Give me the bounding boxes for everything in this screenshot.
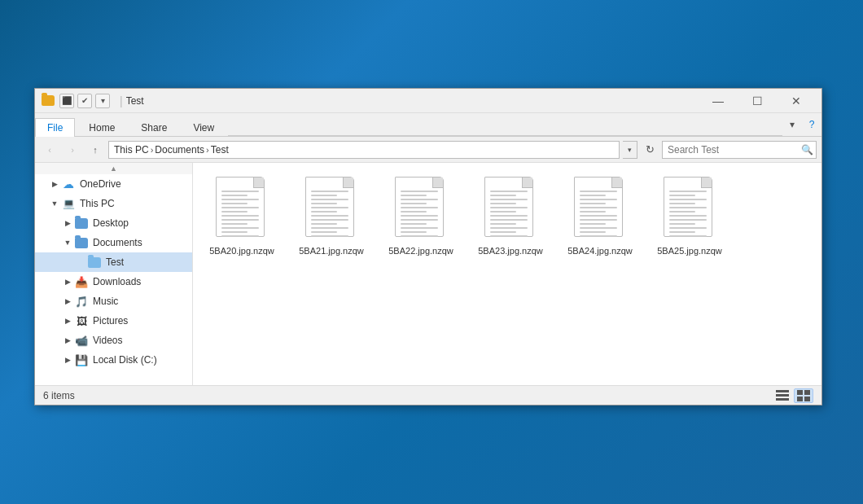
forward-button[interactable]: › xyxy=(63,141,82,159)
svg-rect-0 xyxy=(776,390,789,392)
tab-home[interactable]: Home xyxy=(77,118,127,137)
svg-rect-1 xyxy=(776,394,789,397)
sidebar-label-music: Music xyxy=(93,296,118,307)
quick-access-icon-2[interactable]: ✔ xyxy=(77,94,92,108)
sidebar-item-pictures[interactable]: ▶ 🖼 Pictures xyxy=(35,311,192,331)
back-button[interactable]: ‹ xyxy=(40,141,59,159)
search-input[interactable] xyxy=(663,144,798,156)
sidebar-label-downloads: Downloads xyxy=(93,276,141,287)
file-icon-4 xyxy=(574,177,626,240)
file-icon-1 xyxy=(305,177,357,240)
status-bar: 6 items xyxy=(35,385,821,405)
list-view-button[interactable] xyxy=(773,388,792,403)
path-test[interactable]: Test xyxy=(211,144,229,156)
ribbon-tabs: File Home Share View ▾ ? xyxy=(35,113,821,136)
ribbon-help-btn[interactable]: ? xyxy=(802,113,821,136)
sidebar-scroll-indicator: ▲ xyxy=(35,163,192,174)
tiles-view-icon xyxy=(797,390,810,401)
sidebar-item-downloads[interactable]: ▶ 📥 Downloads xyxy=(35,272,192,291)
file-name-0: 5BA20.jpg.nzqw xyxy=(209,245,274,256)
file-icon-2 xyxy=(395,177,447,240)
downloads-icon: 📥 xyxy=(74,274,89,289)
file-item[interactable]: 5BA21.jpg.nzqw xyxy=(291,171,372,262)
sidebar-label-test: Test xyxy=(106,256,124,268)
explorer-window: ⬛ ✔ ▾ | Test — ☐ ✕ File Home Share View … xyxy=(34,88,822,405)
expand-arrow-music: ▶ xyxy=(61,297,74,305)
pc-icon: 💻 xyxy=(61,196,76,211)
file-item[interactable]: 5BA24.jpg.nzqw xyxy=(559,171,641,262)
title-separator: | xyxy=(120,94,123,107)
expand-arrow-documents: ▼ xyxy=(61,239,74,247)
documents-folder-icon xyxy=(74,235,89,250)
sidebar-item-desktop[interactable]: ▶ Desktop xyxy=(35,213,192,233)
expand-arrow-downloads: ▶ xyxy=(61,278,74,286)
tab-file[interactable]: File xyxy=(35,118,75,137)
expand-arrow-desktop: ▶ xyxy=(61,219,74,227)
music-icon: 🎵 xyxy=(74,294,89,309)
svg-rect-6 xyxy=(804,397,810,401)
svg-rect-5 xyxy=(797,397,803,401)
sidebar-item-thispc[interactable]: ▼ 💻 This PC xyxy=(35,194,192,213)
file-name-5: 5BA25.jpg.nzqw xyxy=(657,245,722,256)
videos-icon: 📹 xyxy=(74,333,89,348)
path-arrow-2: › xyxy=(206,145,209,155)
view-toggle-buttons xyxy=(773,388,813,403)
desktop-folder-icon xyxy=(74,216,89,230)
file-name-3: 5BA23.jpg.nzqw xyxy=(478,245,543,256)
list-view-icon xyxy=(776,390,789,401)
search-icon[interactable]: 🔍 xyxy=(798,141,816,159)
svg-rect-2 xyxy=(776,398,789,401)
sidebar-label-pictures: Pictures xyxy=(93,315,128,327)
sidebar-item-music[interactable]: ▶ 🎵 Music xyxy=(35,291,192,311)
search-box: 🔍 xyxy=(662,141,817,159)
main-content: ▲ ▶ ☁ OneDrive ▼ 💻 This PC ▶ Desktop xyxy=(35,163,821,385)
file-item[interactable]: 5BA25.jpg.nzqw xyxy=(649,171,730,262)
test-folder-icon xyxy=(87,255,102,270)
path-arrow-1: › xyxy=(151,145,154,155)
window-controls: — ☐ ✕ xyxy=(699,89,815,113)
file-icon-5 xyxy=(664,177,716,240)
sidebar-item-onedrive[interactable]: ▶ ☁ OneDrive xyxy=(35,174,192,194)
expand-arrow-localdisk: ▶ xyxy=(61,356,74,364)
pictures-icon: 🖼 xyxy=(74,313,89,328)
file-name-1: 5BA21.jpg.nzqw xyxy=(299,245,364,256)
quick-access-dropdown[interactable]: ▾ xyxy=(95,94,110,108)
path-documents[interactable]: Documents xyxy=(155,144,204,156)
sidebar: ▲ ▶ ☁ OneDrive ▼ 💻 This PC ▶ Desktop xyxy=(35,163,193,385)
file-name-2: 5BA22.jpg.nzqw xyxy=(388,245,453,256)
file-item[interactable]: 5BA23.jpg.nzqw xyxy=(470,171,551,262)
quick-access-icons: ⬛ ✔ ▾ xyxy=(59,94,110,108)
file-name-4: 5BA24.jpg.nzqw xyxy=(567,245,633,256)
sidebar-label-videos: Videos xyxy=(93,335,122,346)
tiles-view-button[interactable] xyxy=(794,388,813,403)
sidebar-label-desktop: Desktop xyxy=(93,217,129,229)
sidebar-item-test[interactable]: Test xyxy=(35,252,192,272)
sidebar-label-localdisk: Local Disk (C:) xyxy=(93,354,157,366)
ribbon: File Home Share View ▾ ? xyxy=(35,113,821,137)
file-icon-0 xyxy=(216,177,268,240)
path-thispc[interactable]: This PC xyxy=(114,144,149,156)
onedrive-icon: ☁ xyxy=(61,177,76,191)
expand-arrow: ▶ xyxy=(48,180,61,188)
sidebar-item-documents[interactable]: ▼ Documents xyxy=(35,233,192,252)
file-area: 5BA20.jpg.nzqw xyxy=(193,163,821,385)
up-button[interactable]: ↑ xyxy=(85,141,105,159)
close-button[interactable]: ✕ xyxy=(778,89,815,113)
file-icon-3 xyxy=(484,177,537,240)
svg-rect-4 xyxy=(804,390,810,395)
tab-view[interactable]: View xyxy=(181,118,226,137)
file-item[interactable]: 5BA22.jpg.nzqw xyxy=(380,171,462,262)
maximize-button[interactable]: ☐ xyxy=(738,89,776,113)
file-item[interactable]: 5BA20.jpg.nzqw xyxy=(201,171,283,262)
title-bar: ⬛ ✔ ▾ | Test — ☐ ✕ xyxy=(35,89,821,113)
ribbon-collapse-btn[interactable]: ▾ xyxy=(782,113,802,136)
quick-access-icon-1[interactable]: ⬛ xyxy=(59,94,74,108)
address-dropdown-btn[interactable]: ▾ xyxy=(623,141,637,159)
window-folder-icon xyxy=(42,94,55,107)
sidebar-item-videos[interactable]: ▶ 📹 Videos xyxy=(35,331,192,350)
tab-share[interactable]: Share xyxy=(129,118,179,137)
refresh-button[interactable]: ↻ xyxy=(641,141,659,159)
sidebar-item-localdisk[interactable]: ▶ 💾 Local Disk (C:) xyxy=(35,350,192,370)
address-path[interactable]: This PC › Documents › Test xyxy=(108,141,620,159)
minimize-button[interactable]: — xyxy=(699,89,737,113)
